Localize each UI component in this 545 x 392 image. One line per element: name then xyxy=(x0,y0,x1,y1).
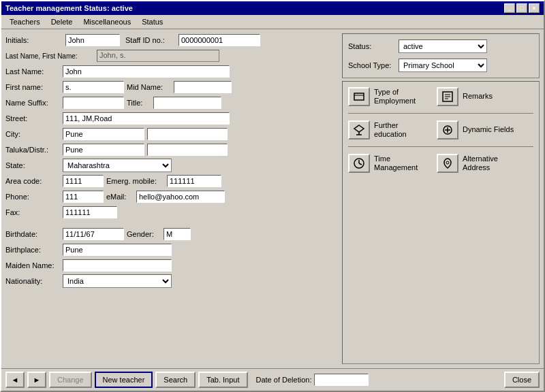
remarks-label: Remarks xyxy=(463,92,493,101)
firstname-input[interactable] xyxy=(63,81,124,93)
menu-status[interactable]: Status xyxy=(136,16,168,27)
menu-bar: Teachers Delete Miscellaneous Status xyxy=(1,15,544,29)
menu-miscellaneous[interactable]: Miscellaneous xyxy=(78,16,136,27)
namesuffix-row: Name Suffix: Title: xyxy=(5,96,338,110)
birthplace-input[interactable] xyxy=(63,244,172,256)
street-label: Street: xyxy=(5,114,60,122)
status-label: Status: xyxy=(348,42,396,50)
title-bar: Teacher management Status: active _ □ × xyxy=(1,1,544,15)
staff-id-input[interactable] xyxy=(178,34,260,46)
menu-delete[interactable]: Delete xyxy=(46,16,78,27)
lastname-firstname-row: Last Name, First Name: John, s. xyxy=(5,49,338,63)
time-management-btn[interactable]: Time Management xyxy=(348,154,429,173)
midname-input[interactable] xyxy=(174,81,232,93)
status-row: Status: active inactive pending xyxy=(348,39,533,53)
birthdate-label: Birthdate: xyxy=(5,230,60,238)
alternative-address-label: Alternative Address xyxy=(463,154,517,172)
emerg-mobile-input[interactable] xyxy=(167,175,221,187)
main-window: Teacher management Status: active _ □ × … xyxy=(0,0,545,392)
gender-input[interactable] xyxy=(164,228,191,240)
type-employment-btn[interactable]: Type of Employment xyxy=(348,87,429,106)
status-school-box: Status: active inactive pending School T… xyxy=(342,33,540,78)
namesuffix-input[interactable] xyxy=(63,97,124,109)
alternative-address-icon xyxy=(437,154,458,173)
lastname-firstname-label: Last Name, First Name: xyxy=(5,52,94,60)
phone-row: Phone: eMail: xyxy=(5,190,338,203)
taluka-input[interactable] xyxy=(63,144,144,156)
dynamic-fields-btn[interactable]: Dynamic Fields xyxy=(437,120,514,140)
initials-row: Initials: Staff ID no.: xyxy=(5,33,338,47)
title-bar-buttons: _ □ × xyxy=(504,3,540,13)
further-education-btn[interactable]: Further education xyxy=(348,120,429,140)
next-button[interactable]: ► xyxy=(27,372,46,388)
type-employment-label: Type of Employment xyxy=(374,88,429,105)
status-select[interactable]: active inactive pending xyxy=(399,39,487,53)
nationality-select[interactable]: India USA UK Other xyxy=(63,274,172,288)
taluka-input2[interactable] xyxy=(147,144,228,156)
phone-input[interactable] xyxy=(63,191,104,203)
time-management-label: Time Management xyxy=(374,154,429,172)
svg-line-14 xyxy=(359,163,362,165)
date-of-deletion-label: Date of Deletion: xyxy=(256,376,312,384)
window-title: Teacher management Status: active xyxy=(5,4,133,12)
lastname-label: Last Name: xyxy=(5,67,60,76)
time-management-icon xyxy=(348,154,370,173)
namesuffix-label: Name Suffix: xyxy=(5,99,60,107)
menu-teachers[interactable]: Teachers xyxy=(4,16,46,27)
state-select[interactable]: Maharashtra Karnataka Gujarat Tamil Nadu xyxy=(63,159,172,172)
staff-id-label: Staff ID no.: xyxy=(125,36,173,44)
further-education-label: Further education xyxy=(374,121,429,139)
tab-input-button[interactable]: Tab. Input xyxy=(198,372,247,388)
further-education-icon xyxy=(348,120,370,140)
type-employment-icon xyxy=(348,87,370,106)
taluka-label: Taluka/Distr.: xyxy=(5,146,60,154)
svg-marker-6 xyxy=(354,125,364,132)
maiden-name-row: Maiden Name: xyxy=(5,259,338,272)
state-label: State: xyxy=(5,161,60,169)
maiden-name-input[interactable] xyxy=(63,259,172,272)
areacode-input[interactable] xyxy=(63,175,104,187)
school-type-row: School Type: Primary School Secondary Sc… xyxy=(348,59,533,72)
areacode-label: Area code: xyxy=(5,177,60,185)
birthdate-input[interactable] xyxy=(63,228,124,240)
title-field-label: Title: xyxy=(127,99,151,107)
firstname-label: First name: xyxy=(5,83,60,91)
close-button[interactable]: × xyxy=(529,3,540,13)
initials-input[interactable] xyxy=(65,34,120,46)
fax-input[interactable] xyxy=(63,206,117,218)
right-panel: Status: active inactive pending School T… xyxy=(342,33,540,364)
school-type-select[interactable]: Primary School Secondary School Higher S… xyxy=(399,59,487,72)
fax-label: Fax: xyxy=(5,208,60,216)
date-of-deletion-input[interactable] xyxy=(314,374,369,386)
new-teacher-button[interactable]: New teacher xyxy=(95,372,153,388)
gender-label: Gender: xyxy=(127,230,161,238)
email-input[interactable] xyxy=(136,191,225,203)
dynamic-fields-icon xyxy=(437,120,458,140)
separator-1 xyxy=(348,113,533,114)
birthdate-row: Birthdate: Gender: xyxy=(5,227,338,241)
search-button[interactable]: Search xyxy=(155,372,196,388)
lastname-input[interactable] xyxy=(63,65,230,78)
birthplace-row: Birthplace: xyxy=(5,243,338,257)
left-panel: Initials: Staff ID no.: Last Name, First… xyxy=(5,33,338,364)
alternative-address-btn[interactable]: Alternative Address xyxy=(437,154,517,173)
change-button[interactable]: Change xyxy=(49,372,92,388)
midname-label: Mid Name: xyxy=(127,83,171,91)
action-buttons-box: Type of Employment Remarks xyxy=(342,81,540,364)
prev-button[interactable]: ◄ xyxy=(5,372,25,388)
firstname-row: First name: Mid Name: xyxy=(5,80,338,94)
city-label: City: xyxy=(5,130,60,138)
title-input[interactable] xyxy=(153,97,221,109)
city-input[interactable] xyxy=(63,128,144,140)
street-input[interactable] xyxy=(63,112,230,125)
separator-2 xyxy=(348,146,533,147)
lastname-row: Last Name: xyxy=(5,65,338,78)
street-row: Street: xyxy=(5,112,338,125)
city-input2[interactable] xyxy=(147,128,228,140)
remarks-btn[interactable]: Remarks xyxy=(437,87,493,106)
close-button-bottom[interactable]: Close xyxy=(504,372,540,388)
maximize-button[interactable]: □ xyxy=(516,3,527,13)
minimize-button[interactable]: _ xyxy=(504,3,515,13)
phone-label: Phone: xyxy=(5,193,60,201)
emerg-mobile-label: Emerg. mobile: xyxy=(106,177,164,185)
